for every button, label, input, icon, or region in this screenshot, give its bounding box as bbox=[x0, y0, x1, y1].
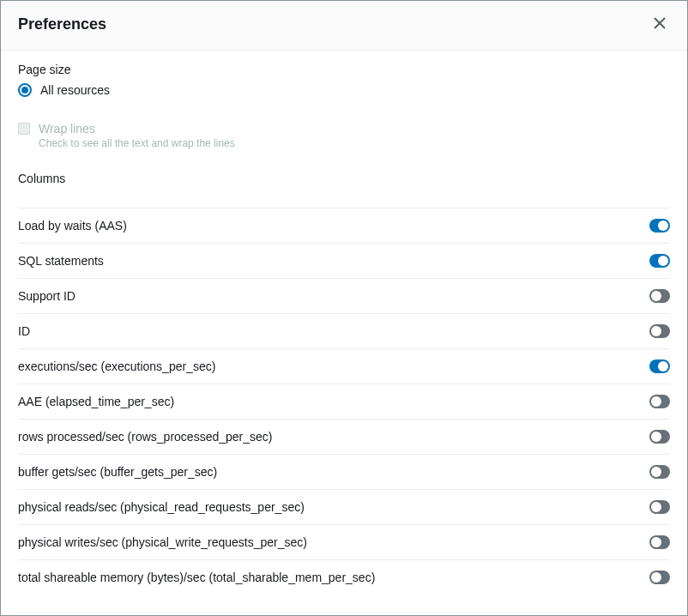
columns-label: Columns bbox=[18, 172, 670, 208]
column-toggle[interactable] bbox=[649, 430, 670, 444]
column-label: ID bbox=[18, 324, 30, 338]
column-toggle[interactable] bbox=[649, 500, 670, 514]
close-button[interactable] bbox=[649, 13, 670, 36]
dialog-header: Preferences bbox=[1, 1, 687, 51]
column-toggle[interactable] bbox=[649, 359, 670, 373]
column-row: Load by waits (AAS) bbox=[18, 208, 670, 243]
toggle-knob-icon bbox=[651, 572, 661, 583]
toggle-knob-icon bbox=[658, 256, 668, 266]
toggle-knob-icon bbox=[651, 291, 661, 301]
dialog-body: Page size All resources Wrap lines Check… bbox=[1, 51, 687, 615]
dialog-title: Preferences bbox=[18, 15, 106, 33]
column-toggle[interactable] bbox=[649, 289, 670, 303]
column-row: rows processed/sec (rows_processed_per_s… bbox=[18, 419, 670, 454]
column-row: buffer gets/sec (buffer_gets_per_sec) bbox=[18, 454, 670, 489]
column-toggle[interactable] bbox=[649, 571, 670, 584]
column-toggle[interactable] bbox=[649, 465, 670, 479]
page-size-radio-label: All resources bbox=[40, 83, 110, 97]
column-row: SQL statements bbox=[18, 243, 670, 278]
toggle-knob-icon bbox=[651, 432, 661, 442]
toggle-knob-icon bbox=[658, 361, 668, 371]
preferences-dialog: Preferences Page size All resources Wrap… bbox=[0, 0, 688, 616]
columns-list: Load by waits (AAS)SQL statementsSupport… bbox=[18, 208, 670, 595]
wrap-lines-checkbox[interactable]: Wrap lines Check to see all the text and… bbox=[18, 121, 670, 149]
checkbox-icon bbox=[18, 123, 30, 135]
column-label: Support ID bbox=[18, 289, 75, 303]
column-label: total shareable memory (bytes)/sec (tota… bbox=[18, 571, 375, 584]
toggle-knob-icon bbox=[651, 502, 661, 512]
toggle-knob-icon bbox=[651, 537, 661, 547]
column-label: AAE (elapsed_time_per_sec) bbox=[18, 395, 174, 408]
column-label: executions/sec (executions_per_sec) bbox=[18, 359, 215, 373]
column-label: Load by waits (AAS) bbox=[18, 219, 127, 233]
column-toggle[interactable] bbox=[649, 254, 670, 268]
column-toggle[interactable] bbox=[649, 324, 670, 338]
wrap-lines-label: Wrap lines bbox=[39, 121, 235, 136]
close-icon bbox=[653, 16, 667, 33]
column-label: buffer gets/sec (buffer_gets_per_sec) bbox=[18, 465, 217, 479]
wrap-lines-text: Wrap lines Check to see all the text and… bbox=[39, 121, 235, 149]
column-row: physical writes/sec (physical_write_requ… bbox=[18, 524, 670, 559]
column-row: Support ID bbox=[18, 278, 670, 313]
column-row: AAE (elapsed_time_per_sec) bbox=[18, 383, 670, 419]
column-row: physical reads/sec (physical_read_reques… bbox=[18, 489, 670, 524]
page-size-radio-all[interactable]: All resources bbox=[18, 83, 670, 97]
column-row: ID bbox=[18, 313, 670, 348]
column-label: rows processed/sec (rows_processed_per_s… bbox=[18, 430, 272, 444]
column-toggle[interactable] bbox=[649, 395, 670, 408]
radio-icon bbox=[18, 83, 32, 97]
column-toggle[interactable] bbox=[649, 219, 670, 233]
columns-section: Columns Load by waits (AAS)SQL statement… bbox=[18, 172, 670, 595]
column-toggle[interactable] bbox=[649, 535, 670, 549]
column-label: physical writes/sec (physical_write_requ… bbox=[18, 535, 307, 549]
column-label: physical reads/sec (physical_read_reques… bbox=[18, 500, 305, 514]
column-label: SQL statements bbox=[18, 254, 104, 268]
toggle-knob-icon bbox=[651, 467, 661, 477]
page-size-label: Page size bbox=[18, 63, 670, 76]
wrap-lines-description: Check to see all the text and wrap the l… bbox=[39, 137, 235, 149]
column-row: executions/sec (executions_per_sec) bbox=[18, 348, 670, 383]
toggle-knob-icon bbox=[651, 326, 661, 336]
toggle-knob-icon bbox=[651, 396, 661, 407]
toggle-knob-icon bbox=[658, 220, 668, 231]
column-row: total shareable memory (bytes)/sec (tota… bbox=[18, 559, 670, 595]
